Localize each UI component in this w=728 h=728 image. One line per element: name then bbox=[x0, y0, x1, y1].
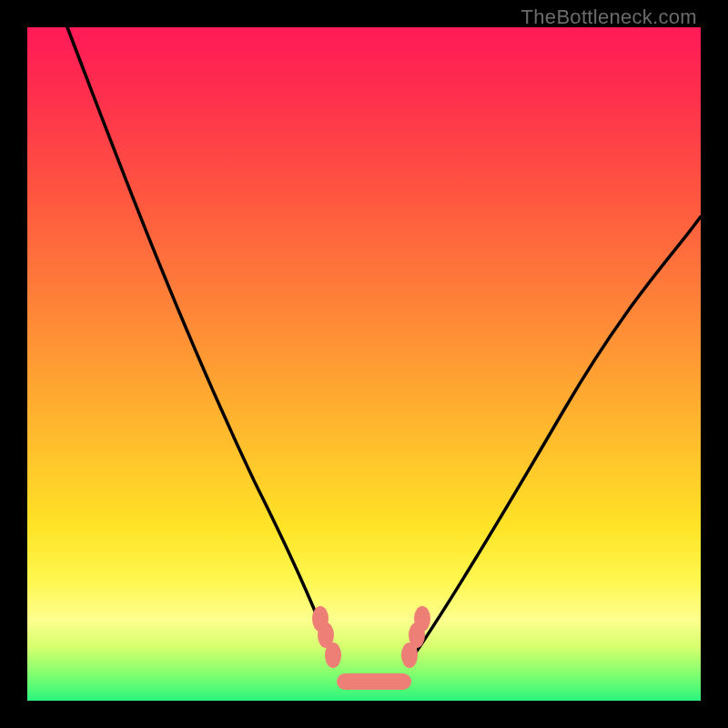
svg-point-6 bbox=[414, 606, 430, 632]
curve-layer bbox=[27, 27, 701, 701]
right-curve bbox=[408, 217, 701, 664]
chart-frame: TheBottleneck.com bbox=[0, 0, 728, 728]
watermark-text: TheBottleneck.com bbox=[521, 5, 697, 29]
trough-markers bbox=[312, 606, 430, 690]
plot-area bbox=[27, 27, 701, 701]
svg-rect-3 bbox=[337, 673, 411, 690]
left-curve bbox=[67, 27, 337, 664]
svg-point-2 bbox=[325, 642, 341, 668]
